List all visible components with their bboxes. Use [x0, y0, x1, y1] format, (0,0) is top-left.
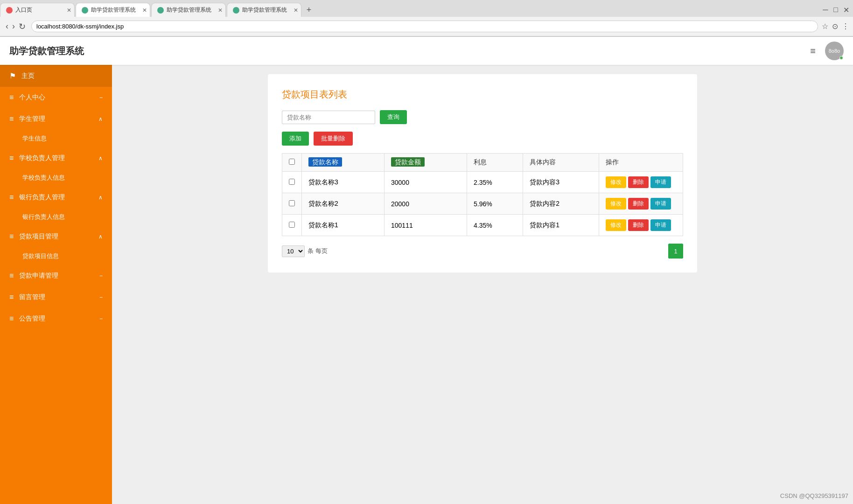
forward-button[interactable]: › [10, 20, 17, 33]
row-amount-2: 100111 [384, 215, 467, 236]
tab-bar: 入口页 ✕ 助学贷款管理系统 ✕ 助学贷款管理系统 ✕ 助学贷款管理系统 ✕ +… [0, 0, 853, 17]
window-controls: ─ □ ✕ [822, 7, 853, 13]
apply-button-1[interactable]: 申请 [650, 198, 671, 210]
profile-button[interactable]: ⊙ [832, 22, 838, 31]
address-input[interactable] [31, 21, 818, 32]
edit-button-1[interactable]: 修改 [606, 198, 626, 210]
tab-icon-2 [157, 7, 164, 14]
sidebar-item-msg-mgmt[interactable]: ≡ 留言管理 − [0, 287, 112, 308]
row-amount-0: 30000 [384, 172, 467, 193]
tab-0[interactable]: 入口页 ✕ [0, 3, 75, 17]
address-bar: ‹ › ↻ ☆ ⊙ ⋮ [0, 17, 853, 36]
row-name-2: 贷款名称1 [302, 215, 385, 236]
delete-button-1[interactable]: 删除 [628, 198, 649, 210]
tab-close-2[interactable]: ✕ [218, 7, 223, 14]
minimize-button[interactable]: ─ [822, 7, 829, 13]
delete-button-0[interactable]: 删除 [628, 176, 649, 188]
pagination: 1 [668, 244, 683, 259]
th-amount-label: 贷款金额 [391, 157, 425, 167]
sidebar-label-apply-mgmt: 贷款申请管理 [19, 272, 99, 280]
sidebar: ⚑ 主页 ≡ 个人中心 − ≡ 学生管理 ∧ 学生信息 ≡ 学校负责人管理 [0, 65, 112, 504]
loan-mgmt-arrow: ∧ [98, 233, 103, 240]
sidebar-label-home: 主页 [21, 72, 103, 80]
row-checkbox-cell [282, 215, 302, 236]
tab-3[interactable]: 助学贷款管理系统 ✕ [227, 3, 301, 17]
row-checkbox-cell [282, 193, 302, 215]
student-mgmt-arrow: ∧ [98, 116, 103, 122]
edit-button-2[interactable]: 修改 [606, 219, 626, 231]
profile-arrow: − [99, 94, 103, 101]
select-all-checkbox[interactable] [289, 159, 295, 165]
th-name[interactable]: 贷款名称 [302, 154, 385, 172]
tab-label-3: 助学贷款管理系统 [242, 6, 287, 14]
sidebar-label-bank-mgmt: 银行负责人管理 [19, 193, 98, 202]
row-checkbox-0[interactable] [289, 179, 295, 185]
tab-2[interactable]: 助学贷款管理系统 ✕ [151, 3, 226, 17]
sidebar-label-loan-mgmt: 贷款项目管理 [19, 232, 98, 241]
row-checkbox-2[interactable] [289, 222, 295, 228]
sidebar-label-profile: 个人中心 [19, 93, 99, 102]
sidebar-item-student-mgmt[interactable]: ≡ 学生管理 ∧ [0, 108, 112, 130]
bank-info-label: 银行负责人信息 [22, 213, 65, 221]
search-input[interactable] [282, 111, 375, 124]
sidebar-label-notice-mgmt: 公告管理 [19, 315, 99, 323]
row-name-0: 贷款名称3 [302, 172, 385, 193]
row-interest-2: 4.35% [467, 215, 523, 236]
apply-button-0[interactable]: 申请 [650, 176, 671, 188]
tab-icon-1 [82, 7, 88, 14]
page-btn-1[interactable]: 1 [668, 244, 683, 259]
notice-mgmt-arrow: − [99, 315, 103, 322]
sidebar-item-school-mgmt[interactable]: ≡ 学校负责人管理 ∧ [0, 147, 112, 169]
edit-button-0[interactable]: 修改 [606, 176, 626, 188]
sidebar-subitem-student-info[interactable]: 学生信息 [0, 130, 112, 147]
bank-mgmt-arrow: ∧ [98, 194, 103, 201]
msg-mgmt-icon: ≡ [9, 293, 14, 301]
menu-toggle-button[interactable]: ≡ [810, 46, 816, 56]
table-row: 贷款名称1 100111 4.35% 贷款内容1 修改 删除 申请 [282, 215, 683, 236]
row-name-1: 贷款名称2 [302, 193, 385, 215]
tab-close-1[interactable]: ✕ [142, 7, 147, 14]
top-bar: 助学贷款管理系统 ≡ 8o8o [0, 37, 853, 65]
table-row: 贷款名称2 20000 5.96% 贷款内容2 修改 删除 申请 [282, 193, 683, 215]
more-button[interactable]: ⋮ [842, 22, 849, 31]
add-button[interactable]: 添加 [282, 132, 309, 146]
sidebar-item-apply-mgmt[interactable]: ≡ 贷款申请管理 − [0, 265, 112, 287]
tab-label-2: 助学贷款管理系统 [167, 6, 211, 14]
loan-table: 贷款名称 贷款金额 利息 具体内容 操作 贷 [282, 153, 683, 236]
th-content: 具体内容 [523, 154, 599, 172]
sidebar-subitem-bank-info[interactable]: 银行负责人信息 [0, 208, 112, 226]
row-content-0: 贷款内容3 [523, 172, 599, 193]
row-action-1: 修改 删除 申请 [599, 193, 683, 215]
sidebar-item-notice-mgmt[interactable]: ≡ 公告管理 − [0, 308, 112, 329]
tab-close-3[interactable]: ✕ [294, 7, 298, 14]
row-checkbox-cell [282, 172, 302, 193]
tab-close-0[interactable]: ✕ [67, 7, 71, 14]
student-mgmt-icon: ≡ [9, 115, 14, 123]
delete-button-2[interactable]: 删除 [628, 219, 649, 231]
row-checkbox-1[interactable] [289, 200, 295, 206]
tab-1[interactable]: 助学贷款管理系统 ✕ [76, 3, 150, 17]
back-button[interactable]: ‹ [4, 20, 10, 33]
sidebar-item-bank-mgmt[interactable]: ≡ 银行负责人管理 ∧ [0, 187, 112, 208]
apply-button-2[interactable]: 申请 [650, 219, 671, 231]
tab-label-1: 助学贷款管理系统 [91, 6, 136, 14]
th-interest: 利息 [467, 154, 523, 172]
sidebar-item-loan-mgmt[interactable]: ≡ 贷款项目管理 ∧ [0, 226, 112, 247]
search-button[interactable]: 查询 [380, 110, 407, 124]
sidebar-subitem-school-info[interactable]: 学校负责人信息 [0, 169, 112, 187]
sidebar-item-home[interactable]: ⚑ 主页 [0, 65, 112, 87]
avatar[interactable]: 8o8o [825, 42, 844, 60]
maximize-button[interactable]: □ [832, 7, 839, 13]
row-content-1: 贷款内容2 [523, 193, 599, 215]
sidebar-label-student-mgmt: 学生管理 [19, 115, 98, 123]
sidebar-item-profile[interactable]: ≡ 个人中心 − [0, 87, 112, 108]
watermark: CSDN @QQ3295391197 [780, 492, 848, 499]
new-tab-button[interactable]: + [302, 3, 315, 16]
sidebar-subitem-loan-info[interactable]: 贷款项目信息 [0, 247, 112, 265]
reload-button[interactable]: ↻ [17, 20, 28, 34]
close-button[interactable]: ✕ [843, 7, 849, 13]
batch-delete-button[interactable]: 批量删除 [314, 132, 353, 146]
per-page-select[interactable]: 10 20 50 [282, 245, 305, 257]
th-amount[interactable]: 贷款金额 [384, 154, 467, 172]
bookmark-button[interactable]: ☆ [822, 22, 828, 31]
